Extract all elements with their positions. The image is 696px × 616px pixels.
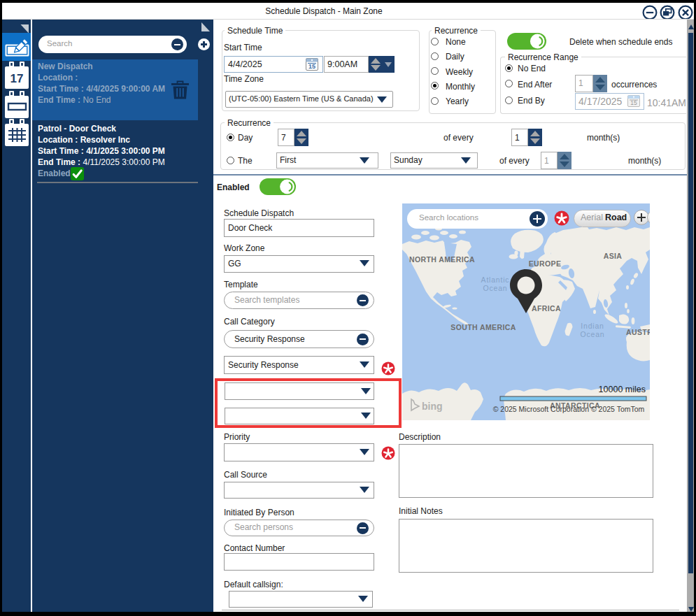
svg-text:NORTH AMERICA: NORTH AMERICA bbox=[409, 255, 475, 264]
svg-text:SOUTH AMERICA: SOUTH AMERICA bbox=[450, 323, 516, 331]
svg-text:ASIA: ASIA bbox=[604, 252, 623, 260]
svg-text:bing: bing bbox=[422, 401, 443, 412]
svg-text:© 2025 Microsoft Corporation: © 2025 Microsoft Corporation © 2025 TomT… bbox=[493, 405, 645, 413]
svg-text:Atlantic: Atlantic bbox=[481, 275, 510, 284]
svg-text:EUROPE: EUROPE bbox=[529, 259, 562, 268]
svg-text:AUSTRALIA: AUSTRALIA bbox=[626, 328, 650, 336]
svg-text:Ocean: Ocean bbox=[483, 284, 508, 292]
svg-text:17: 17 bbox=[10, 72, 24, 85]
svg-text:Ocean: Ocean bbox=[581, 330, 605, 338]
svg-text:10000 miles: 10000 miles bbox=[599, 385, 646, 394]
svg-text:AFRICA: AFRICA bbox=[532, 304, 561, 313]
svg-text:Indian: Indian bbox=[581, 322, 604, 330]
